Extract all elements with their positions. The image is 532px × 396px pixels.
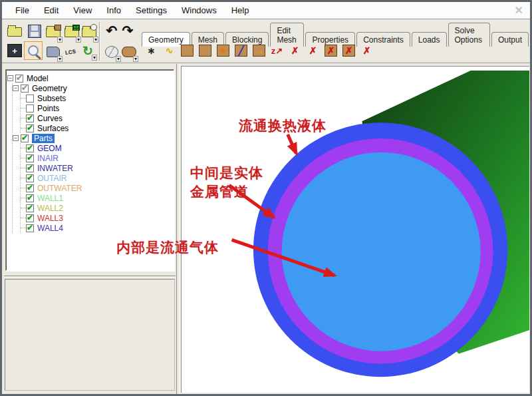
- dropdown-icon[interactable]: ▾: [133, 56, 138, 62]
- app-window: File Edit View Info Settings Windows Hel…: [0, 0, 532, 396]
- tree-item-part[interactable]: ✔ GEOM: [21, 143, 172, 153]
- checkbox[interactable]: ✔: [26, 164, 34, 172]
- checkbox[interactable]: [26, 95, 34, 102]
- create-point-icon[interactable]: ∗: [143, 42, 160, 59]
- zoom-icon[interactable]: [25, 42, 42, 59]
- menu-file[interactable]: File: [9, 3, 36, 17]
- open-blocking-icon[interactable]: ▾: [80, 24, 98, 41]
- menu-help[interactable]: Help: [225, 3, 256, 17]
- checkbox[interactable]: ✔: [26, 214, 34, 222]
- checkbox[interactable]: [26, 104, 34, 112]
- inner-gas-disc: [282, 152, 481, 351]
- checkbox[interactable]: ✔: [26, 184, 34, 192]
- tree-item-part[interactable]: ✔ WALL2: [21, 203, 172, 213]
- open-mesh-icon[interactable]: ▾: [63, 24, 80, 41]
- tree-item-part[interactable]: ✔ WALL1: [21, 193, 172, 203]
- surface-icon: [181, 45, 194, 57]
- dropdown-icon[interactable]: ▾: [92, 55, 97, 61]
- pipe-render: [182, 67, 529, 393]
- checkbox[interactable]: ✔: [21, 85, 29, 93]
- main-area: − ✔ Model − ✔ Geometry Subsets: [2, 64, 530, 394]
- checkbox[interactable]: ✔: [26, 174, 34, 182]
- tree-item-part[interactable]: ✔ OUTAIR: [21, 173, 172, 183]
- delete-any-entity-icon[interactable]: ✗: [358, 42, 375, 59]
- transform-geometry-icon[interactable]: →: [251, 42, 267, 59]
- tree-item-part[interactable]: ✔ OUTWATER: [21, 183, 172, 193]
- checkbox[interactable]: ✔: [26, 114, 34, 122]
- checkbox[interactable]: ✔: [21, 134, 29, 142]
- curve-icon: ∿: [166, 45, 174, 56]
- tree-item-parts[interactable]: − ✔ Parts: [13, 133, 172, 143]
- collapse-icon[interactable]: −: [13, 85, 19, 91]
- tab-output[interactable]: Output: [491, 32, 529, 47]
- open-geometry-icon[interactable]: ▾: [45, 24, 62, 41]
- tree-item-part[interactable]: ✔ INAIR: [21, 153, 172, 163]
- menu-edit[interactable]: Edit: [37, 3, 65, 17]
- vertical-splitter[interactable]: [176, 64, 180, 394]
- checkbox[interactable]: ✔: [26, 154, 34, 162]
- cube-icon: [199, 45, 211, 57]
- repair-geometry-icon[interactable]: ╱: [233, 42, 249, 59]
- delete-body-icon[interactable]: ✗: [340, 42, 357, 59]
- delete-surface-icon[interactable]: ✗: [323, 42, 339, 59]
- toolbar: ▾ ▾ ▾ ↶ ↷ + ▾ LCS ↻ ▾ ▾ ▾: [2, 19, 530, 63]
- undo-icon[interactable]: ↶: [103, 22, 120, 39]
- magnifier-icon: [28, 45, 39, 56]
- tree-item-points[interactable]: Points: [21, 103, 172, 113]
- star-icon: ★: [219, 45, 227, 56]
- tree-item-part[interactable]: ✔ WALL3: [21, 213, 172, 223]
- create-modify-surface-icon[interactable]: [179, 42, 196, 59]
- arrow-icon: →: [255, 45, 264, 56]
- red-x-icon: ✗: [345, 45, 353, 56]
- checkbox[interactable]: ✔: [26, 204, 34, 212]
- fit-window-icon[interactable]: +: [6, 42, 23, 59]
- dropdown-icon[interactable]: ▾: [57, 37, 63, 43]
- message-panel: [5, 279, 175, 391]
- tree-item-model[interactable]: − ✔ Model: [7, 73, 172, 83]
- menu-settings[interactable]: Settings: [129, 3, 174, 17]
- collapse-icon[interactable]: −: [7, 75, 13, 81]
- 3d-viewport[interactable]: [181, 66, 529, 393]
- local-coord-system-icon[interactable]: LCS: [62, 43, 79, 61]
- part-label: GEOM: [37, 144, 62, 153]
- measure-icon[interactable]: ▾: [45, 43, 62, 61]
- tree-item-part[interactable]: ✔ WALL4: [21, 223, 172, 233]
- checkbox[interactable]: ✔: [15, 75, 23, 83]
- trackball-icon[interactable]: ▾: [103, 43, 120, 61]
- checkbox[interactable]: ✔: [26, 124, 34, 132]
- floppy-icon: [28, 25, 41, 38]
- tree-item-surfaces[interactable]: ✔ Surfaces: [21, 123, 172, 133]
- refresh-icon[interactable]: ↻ ▾: [79, 42, 96, 59]
- open-project-icon[interactable]: [6, 23, 23, 41]
- checkbox[interactable]: ✔: [26, 194, 34, 202]
- globe-icon: [90, 24, 97, 31]
- panel-divider[interactable]: [4, 276, 176, 278]
- folder-icon: [46, 28, 61, 37]
- model-tree-panel[interactable]: − ✔ Model − ✔ Geometry Subsets: [5, 69, 174, 271]
- tab-solve-options[interactable]: Solve Options: [448, 23, 490, 47]
- save-project-icon[interactable]: [26, 23, 43, 40]
- create-modify-curve-icon[interactable]: ∿: [161, 42, 178, 59]
- menu-view[interactable]: View: [66, 3, 98, 17]
- tree-item-part[interactable]: ✔ INWATER: [21, 163, 172, 173]
- collapse-icon[interactable]: −: [13, 135, 19, 141]
- restore-dormant-icon[interactable]: z↗: [269, 42, 285, 59]
- checkbox[interactable]: ✔: [26, 144, 34, 152]
- red-x-icon: ✗: [327, 45, 335, 56]
- create-body-icon[interactable]: [197, 42, 213, 59]
- tree-item-subsets[interactable]: Subsets: [21, 93, 172, 103]
- delete-curve-icon[interactable]: ✗: [305, 42, 321, 59]
- close-icon[interactable]: ✕: [515, 4, 523, 17]
- menu-info[interactable]: Info: [100, 3, 128, 17]
- create-faceted-icon[interactable]: ★: [215, 42, 231, 59]
- tree-item-geometry[interactable]: − ✔ Geometry: [13, 83, 172, 93]
- tab-loads[interactable]: Loads: [412, 32, 447, 47]
- tree-label: Points: [37, 104, 59, 113]
- tree-item-curves[interactable]: ✔ Curves: [21, 113, 172, 123]
- redo-icon[interactable]: ↷: [119, 22, 136, 39]
- checkbox[interactable]: ✔: [26, 224, 34, 232]
- menu-windows[interactable]: Windows: [175, 3, 223, 17]
- view-solid-icon[interactable]: ▾: [120, 43, 138, 61]
- folder-icon: [82, 28, 96, 37]
- delete-point-icon[interactable]: ✗: [287, 42, 303, 59]
